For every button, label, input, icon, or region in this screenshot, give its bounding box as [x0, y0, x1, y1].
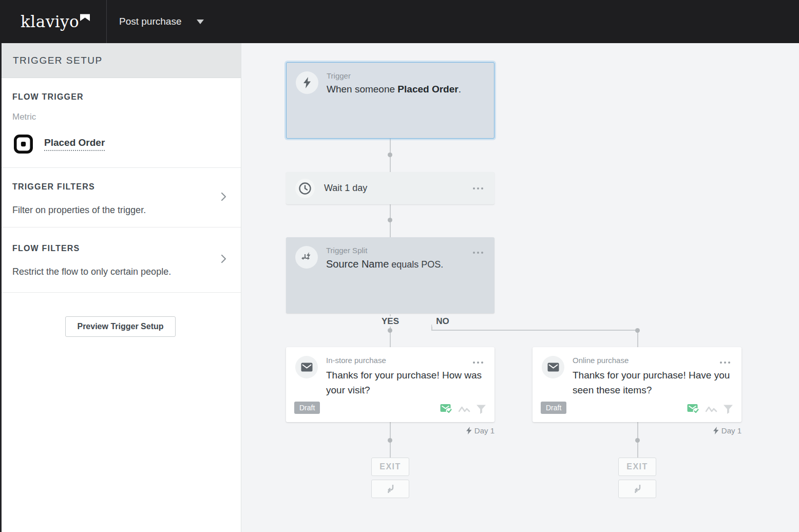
add-step-dot[interactable] — [388, 218, 392, 222]
window-left-edge — [0, 43, 2, 532]
flow-filters-heading: FLOW FILTERS — [12, 244, 229, 253]
sidebar-title: TRIGGER SETUP — [0, 43, 241, 78]
email-status-icons — [440, 404, 486, 415]
square-integration-icon — [14, 135, 33, 154]
add-step-dot[interactable] — [635, 438, 640, 443]
email-status-icons — [687, 404, 733, 415]
email-sent-check-icon — [440, 404, 453, 415]
preview-trigger-setup-button[interactable]: Preview Trigger Setup — [65, 316, 175, 337]
email-node-menu[interactable] — [718, 359, 732, 366]
metric-label: Metric — [12, 112, 229, 122]
merge-button[interactable] — [618, 480, 656, 498]
preview-button-row: Preview Trigger Setup — [0, 293, 241, 337]
chevron-right-icon[interactable] — [221, 192, 226, 203]
email-node-in-store[interactable]: In-store purchase Thanks for your purcha… — [286, 347, 494, 422]
add-step-dot[interactable] — [388, 438, 392, 443]
flow-filters-description: Restrict the flow to only certain people… — [12, 267, 229, 277]
smart-sending-wave-icon — [706, 405, 717, 413]
split-node-text: Source Name equals POS. — [326, 258, 443, 270]
add-step-dot[interactable] — [635, 328, 640, 333]
trigger-node[interactable]: Trigger When someone Placed Order. — [286, 62, 494, 139]
email-sent-check-icon — [687, 404, 700, 415]
merge-arrow-icon — [384, 483, 396, 495]
add-step-dot[interactable] — [388, 328, 392, 333]
top-bar: klaviyo Post purchase — [0, 0, 799, 43]
day-tag: Day 1 — [286, 426, 494, 435]
trigger-setup-sidebar: TRIGGER SETUP FLOW TRIGGER Metric Placed… — [0, 43, 241, 532]
metric-value-link[interactable]: Placed Order — [44, 137, 105, 151]
filter-funnel-icon — [476, 404, 486, 414]
merge-arrow-icon — [631, 483, 643, 495]
clock-icon — [295, 179, 315, 198]
trigger-filters-section[interactable]: TRIGGER FILTERS Filter on properties of … — [0, 168, 241, 227]
trigger-filters-description: Filter on properties of the trigger. — [12, 205, 229, 216]
branch-split-icon — [295, 246, 318, 269]
email-subject: Thanks for your purchase! Have you seen … — [573, 368, 731, 397]
smart-sending-wave-icon — [459, 405, 470, 413]
envelope-icon — [295, 356, 318, 378]
split-node-label: Trigger Split — [326, 246, 443, 255]
envelope-icon — [542, 356, 564, 378]
status-badge: Draft — [294, 402, 320, 414]
trigger-filters-heading: TRIGGER FILTERS — [12, 182, 229, 192]
logo-container: klaviyo — [0, 0, 107, 43]
add-step-dot[interactable] — [388, 153, 392, 157]
email-node-menu[interactable] — [471, 359, 485, 366]
status-badge: Draft — [541, 402, 566, 414]
lightning-bolt-icon — [466, 427, 472, 434]
wait-node-text: Wait 1 day — [324, 183, 367, 194]
trigger-node-text: When someone Placed Order. — [327, 84, 461, 95]
email-node-online[interactable]: Online purchase Thanks for your purchase… — [532, 347, 741, 422]
klaviyo-logo: klaviyo — [21, 12, 90, 31]
split-node-menu[interactable] — [471, 250, 485, 256]
trigger-node-label: Trigger — [327, 71, 461, 80]
day-tag: Day 1 — [532, 426, 741, 435]
lightning-bolt-icon — [296, 71, 318, 94]
flow-name-dropdown[interactable]: Post purchase — [107, 0, 204, 43]
flow-canvas: YES NO Trigger When someone Placed Order… — [241, 43, 799, 532]
lightning-bolt-icon — [713, 427, 719, 434]
exit-box: EXIT — [618, 458, 656, 476]
brand-name: klaviyo — [21, 12, 79, 31]
metric-row: Placed Order — [12, 135, 229, 154]
trigger-split-node[interactable]: Trigger Split Source Name equals POS. — [286, 237, 494, 313]
email-node-name: Online purchase — [573, 356, 731, 365]
connector-line — [431, 330, 638, 331]
flow-filters-section[interactable]: FLOW FILTERS Restrict the flow to only c… — [0, 227, 241, 293]
email-node-name: In-store purchase — [326, 356, 484, 365]
branch-yes-label: YES — [377, 316, 403, 327]
flow-trigger-section: FLOW TRIGGER Metric Placed Order — [0, 78, 241, 168]
klaviyo-flag-icon — [80, 14, 90, 22]
exit-box: EXIT — [371, 458, 409, 476]
flow-name: Post purchase — [119, 16, 181, 27]
branch-no-label: NO — [432, 316, 453, 327]
flow-trigger-heading: FLOW TRIGGER — [12, 92, 229, 102]
filter-funnel-icon — [723, 404, 733, 414]
klaviyo-flow-builder: klaviyo Post purchase TRIGGER SETUP FLOW… — [0, 0, 799, 532]
merge-button[interactable] — [371, 480, 409, 498]
chevron-right-icon[interactable] — [221, 254, 226, 265]
wait-node[interactable]: Wait 1 day — [286, 172, 494, 204]
chevron-down-icon — [197, 20, 204, 24]
email-subject: Thanks for your purchase! How was your v… — [326, 368, 484, 397]
wait-node-menu[interactable] — [471, 185, 485, 192]
